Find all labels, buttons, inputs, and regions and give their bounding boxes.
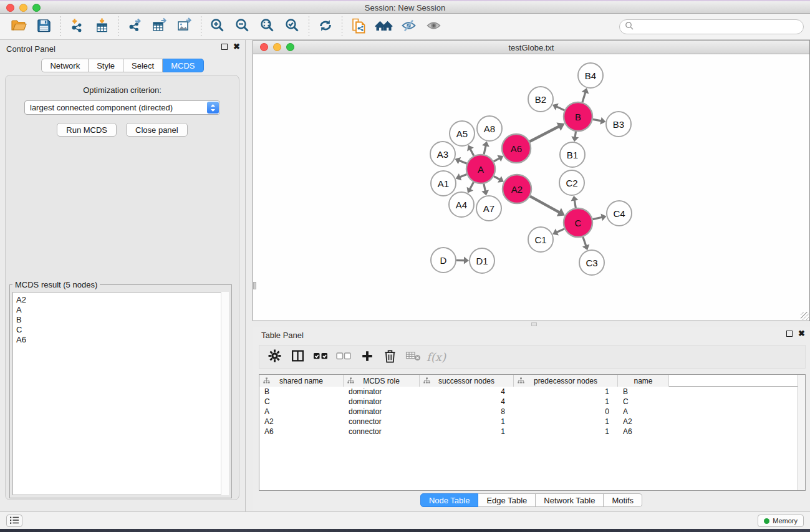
graph-edge-A-A3[interactable]: [459, 160, 467, 163]
create-column-button[interactable]: [355, 346, 378, 367]
splitter-grip[interactable]: [531, 322, 537, 326]
main-titlebar[interactable]: Session: New Session: [0, 1, 810, 14]
graph-edge-B-B1[interactable]: [575, 132, 576, 138]
close-panel-icon[interactable]: ✖: [233, 44, 240, 50]
graph-edge-arrowhead: [482, 142, 489, 147]
apply-layout-button[interactable]: [313, 15, 338, 39]
new-network-from-selection-button[interactable]: [346, 15, 371, 39]
tab-network[interactable]: Network: [41, 59, 89, 72]
export-network-button[interactable]: [122, 15, 147, 39]
memory-button[interactable]: Memory: [758, 515, 804, 527]
graph-edge-A-A1[interactable]: [460, 175, 466, 177]
toolbar-separator: [309, 16, 309, 37]
panel-splitter-horizontal[interactable]: [253, 321, 810, 327]
float-table-panel-icon[interactable]: [786, 331, 793, 337]
graph-edge-arrowhead: [600, 117, 605, 125]
column-header-shared-name[interactable]: shared name: [259, 375, 344, 387]
graph-edge-B-B3[interactable]: [593, 119, 602, 121]
import-network-button[interactable]: [64, 15, 89, 39]
graph-edge-C-C4[interactable]: [592, 217, 602, 219]
run-mcds-button[interactable]: Run MCDS: [57, 123, 117, 137]
tab-select[interactable]: Select: [123, 59, 163, 72]
graph-edge-A-A4[interactable]: [470, 182, 473, 189]
zoom-selected-button[interactable]: [280, 15, 305, 39]
homes-icon: [375, 17, 393, 36]
network-canvas[interactable]: B4B2BB3B1A5A8A6A3AA1A4A7A2C2CC4C1C3DD1: [253, 54, 809, 321]
table-cell: B: [618, 387, 669, 396]
deselect-all-button[interactable]: [332, 346, 355, 367]
result-scrollbar[interactable]: [221, 292, 229, 495]
table-row[interactable]: Adominator80A: [259, 407, 805, 417]
table-settings-button[interactable]: [263, 346, 286, 367]
table-tab-node-table[interactable]: Node Table: [420, 493, 479, 507]
graph-node-label-A3: A3: [437, 149, 448, 160]
table-tab-edge-table[interactable]: Edge Table: [478, 493, 536, 507]
graph-edge-A2-C[interactable]: [530, 196, 559, 213]
graph-edge-A-A7[interactable]: [484, 184, 485, 191]
graph-edge-C-C2[interactable]: [574, 200, 576, 208]
desktop-wallpaper-strip: [0, 529, 810, 532]
zoom-fit-button[interactable]: [255, 15, 280, 39]
graph-edge-C-C3[interactable]: [583, 237, 586, 246]
export-table-button[interactable]: [147, 15, 172, 39]
first-neighbors-button[interactable]: [371, 15, 396, 39]
graph-edge-A6-B[interactable]: [529, 127, 559, 142]
search-input[interactable]: [636, 21, 803, 32]
zoom-in-button[interactable]: [205, 15, 230, 39]
column-header-mcds-role[interactable]: MCDS role: [344, 375, 420, 387]
table-cell: 1: [514, 417, 618, 426]
select-all-button[interactable]: [309, 346, 332, 367]
network-window-titlebar[interactable]: testGlobe.txt: [253, 41, 809, 54]
hide-annotations-button[interactable]: [396, 15, 421, 39]
table-tab-network-table[interactable]: Network Table: [536, 493, 604, 507]
refresh-icon: [317, 17, 334, 36]
status-bar: Memory: [0, 511, 810, 529]
delete-column-button[interactable]: [378, 346, 402, 367]
graph-node-label-B1: B1: [567, 150, 578, 160]
graph-edge-A-A2[interactable]: [494, 177, 500, 180]
canvas-left-grip[interactable]: [253, 282, 256, 289]
table-cell: B: [259, 387, 344, 396]
column-header-name[interactable]: name: [618, 375, 669, 387]
close-panel-button[interactable]: Close panel: [126, 123, 188, 137]
graph-node-label-A2: A2: [511, 184, 523, 195]
window-resize-grip[interactable]: [801, 312, 809, 320]
toolbar-separator: [60, 16, 60, 37]
table-tab-motifs[interactable]: Motifs: [604, 493, 642, 507]
table-cell: 4: [420, 387, 514, 396]
table-header-row: shared nameMCDS rolesuccessor nodesprede…: [259, 375, 805, 387]
graph-edge-arrowhead: [481, 190, 489, 195]
import-table-button[interactable]: [89, 15, 114, 39]
graph-edge-A-A5[interactable]: [470, 149, 474, 156]
column-header-predecessor-nodes[interactable]: predecessor nodes: [514, 375, 618, 387]
task-history-button[interactable]: [6, 515, 22, 527]
graph-edge-B-B2[interactable]: [556, 107, 564, 110]
tab-style[interactable]: Style: [89, 59, 123, 72]
show-column-button[interactable]: [286, 346, 309, 367]
graph-edge-A-A8[interactable]: [484, 145, 486, 154]
table-row[interactable]: A2connector11A2: [259, 417, 805, 427]
close-table-panel-icon[interactable]: ✖: [798, 331, 805, 337]
save-session-button[interactable]: [31, 15, 56, 39]
panel-splitter-vertical[interactable]: [246, 40, 253, 511]
search-field[interactable]: [619, 19, 804, 34]
column-header-successor-nodes[interactable]: successor nodes: [420, 375, 514, 387]
show-annotations-button[interactable]: [421, 15, 446, 39]
export-image-button[interactable]: [172, 15, 197, 39]
tab-mcds[interactable]: MCDS: [163, 59, 203, 72]
table-cell: A6: [618, 427, 669, 436]
zoom-out-button[interactable]: [230, 15, 255, 39]
table-cell: C: [259, 397, 344, 406]
graph-edge-C-C1[interactable]: [557, 229, 565, 233]
graph-node-label-A8: A8: [484, 123, 495, 134]
open-session-button[interactable]: [6, 15, 31, 39]
table-row[interactable]: Bdominator41B: [259, 387, 805, 397]
graph-edge-A-A6[interactable]: [494, 158, 499, 162]
graph-edge-B-B4[interactable]: [582, 92, 586, 102]
table-cell: A6: [259, 427, 344, 436]
criterion-dropdown[interactable]: largest connected component (directed): [24, 100, 220, 115]
table-scrollbar[interactable]: [798, 375, 805, 490]
table-row[interactable]: Cdominator41C: [259, 397, 805, 407]
table-row[interactable]: A6connector11A6: [259, 427, 805, 437]
float-panel-icon[interactable]: [221, 44, 228, 50]
